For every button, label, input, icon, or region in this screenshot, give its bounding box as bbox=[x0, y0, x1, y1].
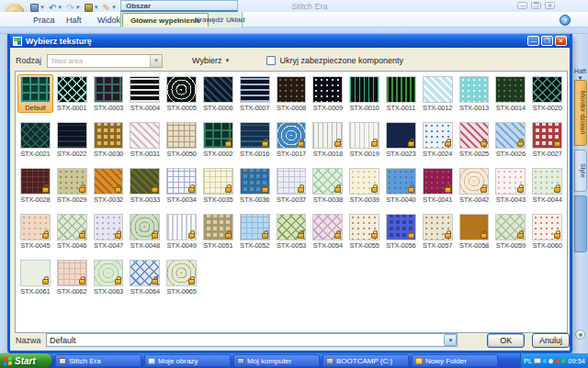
texture-item[interactable]: STX-0024 bbox=[420, 120, 456, 159]
texture-item[interactable]: STX-0003 bbox=[91, 74, 127, 113]
texture-item[interactable]: STX-0057 bbox=[420, 212, 456, 251]
texture-item[interactable]: STX-0053 bbox=[274, 212, 310, 251]
texture-item[interactable]: STX-0039 bbox=[346, 166, 382, 205]
redo-button[interactable]: ↷▼ bbox=[66, 4, 80, 12]
texture-item[interactable]: STX-0061 bbox=[17, 258, 53, 296]
texture-item[interactable]: STX-0045 bbox=[17, 212, 53, 251]
texture-item[interactable]: STX-0026 bbox=[492, 120, 528, 159]
cancel-button[interactable]: Anuluj bbox=[532, 333, 570, 348]
texture-item[interactable]: STX-0064 bbox=[127, 258, 163, 296]
texture-item[interactable]: STX-0056 bbox=[383, 212, 419, 251]
texture-item[interactable]: STX-0017 bbox=[274, 120, 310, 159]
texture-item[interactable]: STX-0027 bbox=[529, 120, 565, 159]
edit-button[interactable]: ✎▼ bbox=[103, 4, 117, 12]
texture-item[interactable]: STX-0021 bbox=[17, 120, 53, 159]
texture-item[interactable]: STX-0023 bbox=[383, 120, 419, 159]
texture-item[interactable]: STX-0025 bbox=[457, 120, 492, 159]
texture-item[interactable]: STX-0020 bbox=[529, 74, 565, 113]
texture-item[interactable]: STX-0052 bbox=[237, 212, 273, 251]
texture-item[interactable]: STX-0037 bbox=[274, 166, 310, 205]
texture-item[interactable]: STX-0006 bbox=[200, 74, 236, 113]
texture-item[interactable]: STX-0062 bbox=[54, 258, 90, 296]
texture-item[interactable]: STX-0050 bbox=[164, 120, 199, 159]
texture-item[interactable]: STX-0041 bbox=[420, 166, 456, 205]
language-indicator[interactable]: PL bbox=[524, 357, 532, 365]
dialog-close-button[interactable]: ✕ bbox=[555, 36, 567, 46]
texture-item[interactable]: STX-0029 bbox=[54, 166, 90, 205]
texture-item[interactable]: STX-0065 bbox=[164, 258, 199, 296]
dialog-maximize-button[interactable]: ❐ bbox=[541, 36, 553, 46]
texture-item[interactable]: STX-0048 bbox=[127, 212, 163, 251]
tray-icon[interactable] bbox=[548, 359, 553, 363]
texture-item[interactable]: STX-0013 bbox=[457, 74, 492, 113]
close-button[interactable]: ✕ bbox=[545, 2, 555, 9]
vertical-tab-monitor-dzialan[interactable]: Monitor działań bbox=[574, 80, 587, 146]
texture-item[interactable]: STX-0011 bbox=[383, 74, 419, 113]
texture-item[interactable]: STX-0040 bbox=[383, 166, 419, 205]
texture-item[interactable]: STX-0060 bbox=[529, 212, 565, 251]
keyboard-icon[interactable] bbox=[534, 358, 541, 363]
texture-item[interactable]: STX-0018 bbox=[310, 120, 345, 159]
nazwa-combobox[interactable]: Default ▼ bbox=[46, 333, 458, 347]
tray-icon[interactable] bbox=[543, 359, 548, 363]
texture-item[interactable]: STX-0035 bbox=[200, 166, 236, 205]
vertical-scroll-tab[interactable] bbox=[574, 195, 587, 252]
texture-item[interactable]: STX-0009 bbox=[310, 74, 345, 113]
texture-item[interactable]: STX-0046 bbox=[54, 212, 90, 251]
texture-item[interactable]: STX-0059 bbox=[492, 212, 528, 251]
dialog-minimize-button[interactable]: — bbox=[527, 36, 539, 46]
texture-item[interactable]: STX-0004 bbox=[127, 74, 163, 113]
taskbar-button[interactable]: Mój komputer bbox=[233, 354, 320, 367]
tray-icon[interactable] bbox=[561, 359, 566, 363]
texture-item[interactable]: STX-0008 bbox=[274, 74, 310, 113]
start-button[interactable]: Start bbox=[0, 353, 52, 368]
texture-item[interactable]: STX-0019 bbox=[346, 120, 382, 159]
texture-item[interactable]: STX-0031 bbox=[127, 120, 163, 159]
taskbar-button[interactable]: Moje obrazy bbox=[144, 354, 231, 367]
texture-item[interactable]: STX-0036 bbox=[237, 166, 273, 205]
texture-item[interactable]: STX-0030 bbox=[91, 120, 127, 159]
texture-item[interactable]: STX-0042 bbox=[457, 166, 492, 205]
restore-button[interactable]: ❐ bbox=[531, 2, 541, 9]
undo-button[interactable]: ↶▼ bbox=[49, 4, 62, 12]
minimize-button[interactable]: — bbox=[517, 2, 527, 9]
texture-item[interactable]: STX-0034 bbox=[164, 166, 199, 205]
hide-protected-checkbox[interactable] bbox=[266, 56, 276, 65]
texture-item[interactable]: STX-0054 bbox=[310, 212, 345, 251]
save-button[interactable]: ▼ bbox=[30, 4, 45, 12]
vertical-tab-style[interactable]: Style bbox=[574, 150, 587, 192]
texture-item[interactable]: STX-0044 bbox=[529, 166, 565, 205]
texture-item[interactable]: STX-0055 bbox=[346, 212, 382, 251]
tab-haft[interactable]: Haft bbox=[59, 13, 89, 27]
texture-item[interactable]: STX-0002 bbox=[200, 120, 236, 159]
texture-item[interactable]: STX-0063 bbox=[91, 258, 127, 296]
taskbar-button[interactable]: Nowy Folder bbox=[412, 354, 498, 367]
open-button[interactable]: ▼ bbox=[85, 4, 99, 12]
texture-item[interactable]: STX-0051 bbox=[200, 212, 236, 251]
texture-item[interactable]: STX-0010 bbox=[346, 74, 382, 113]
help-button[interactable]: ? bbox=[560, 15, 571, 26]
texture-item[interactable]: STX-0028 bbox=[17, 166, 53, 205]
texture-item[interactable]: STX-0007 bbox=[237, 74, 273, 113]
taskbar-button[interactable]: Stitch Era bbox=[55, 354, 141, 367]
rodzaj-combobox[interactable]: Tiled area ▼ bbox=[47, 54, 163, 68]
texture-item[interactable]: STX-0016 bbox=[237, 120, 273, 159]
wybierz-dropdown-button[interactable]: Wybierz ▼ bbox=[188, 54, 233, 67]
texture-item[interactable]: STX-0047 bbox=[91, 212, 127, 251]
tab-praca[interactable]: Praca bbox=[26, 13, 62, 27]
tab-uklad[interactable]: Układ bbox=[219, 13, 252, 27]
texture-item[interactable]: STX-0032 bbox=[91, 166, 127, 205]
dialog-titlebar[interactable]: Wybierz teksturę — ❐ ✕ bbox=[10, 34, 570, 48]
ok-button[interactable]: OK bbox=[487, 333, 525, 348]
texture-item[interactable]: STX-0022 bbox=[54, 120, 90, 159]
texture-item[interactable]: STX-0014 bbox=[492, 74, 528, 113]
texture-item[interactable]: STX-0043 bbox=[492, 166, 528, 205]
texture-item[interactable]: STX-0033 bbox=[127, 166, 163, 205]
texture-item[interactable]: STX-0001 bbox=[54, 74, 90, 113]
texture-item[interactable]: Default bbox=[17, 74, 53, 113]
texture-item[interactable]: STX-0005 bbox=[164, 74, 199, 113]
taskbar-button[interactable]: BOOTCAMP (C:) bbox=[322, 354, 409, 367]
texture-item[interactable]: STX-0012 bbox=[420, 74, 456, 113]
tray-icon[interactable] bbox=[555, 359, 560, 363]
texture-item[interactable]: STX-0038 bbox=[310, 166, 345, 205]
